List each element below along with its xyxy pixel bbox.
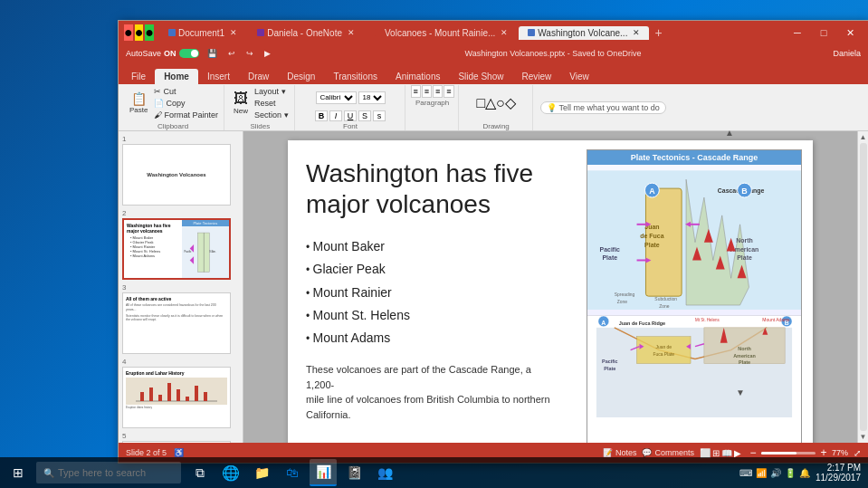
tab-volcanoes[interactable]: Volcanoes - Mount Rainie... ✕ (366, 26, 517, 40)
title-bar-tabs: ● ● ● Document1 ✕ Daniela - OneNote ✕ Vo (124, 24, 781, 41)
window-close-btn[interactable]: ● (124, 24, 133, 41)
layout-btn[interactable]: Layout ▾ (253, 86, 291, 97)
bold-btn[interactable]: B (315, 110, 328, 121)
edge-icon[interactable]: 🌐 (217, 459, 244, 486)
tab-transitions[interactable]: Transitions (324, 69, 386, 84)
section-btn[interactable]: Section ▾ (253, 110, 291, 120)
autosave-pill[interactable] (179, 49, 199, 58)
reading-view-btn[interactable]: 📖 (721, 448, 732, 458)
slide-thumb-2[interactable]: 2 Washington has five major volcanoes Mo… (122, 209, 236, 280)
task-view-btn[interactable]: ⧉ (186, 459, 214, 486)
slide-canvas[interactable]: Washington has five major volcanoes Moun… (288, 140, 813, 443)
underline-btn[interactable]: U (344, 110, 357, 121)
comments-btn[interactable]: 💬 Comments (642, 448, 694, 457)
slide-thumb-5[interactable]: 5 (122, 432, 236, 443)
explorer-icon[interactable]: 📁 (248, 459, 275, 486)
new-tab-btn[interactable]: + (654, 25, 662, 40)
tab-onenote[interactable]: Daniela - OneNote ✕ (248, 26, 364, 40)
tab-file[interactable]: File (122, 69, 155, 84)
scroll-down-arrow[interactable]: ▼ (736, 388, 745, 397)
slide-thumb-3[interactable]: 3 All of them are active All of these vo… (122, 283, 236, 354)
slide-thumb-inner-1[interactable]: Washington Volcanoes (122, 144, 231, 206)
reset-btn[interactable]: Reset (253, 98, 291, 109)
svg-text:Juan de: Juan de (655, 345, 672, 349)
tab-insert[interactable]: Insert (198, 69, 239, 84)
italic-btn[interactable]: I (329, 110, 342, 121)
new-slide-btn[interactable]: 🖼 New (230, 89, 252, 117)
notification-icon[interactable]: 🔔 (799, 468, 810, 478)
align-right-btn[interactable]: ≡ (433, 85, 443, 98)
quick-present[interactable]: ▶ (262, 48, 273, 59)
taskbar-search-box[interactable]: 🔍 (36, 462, 181, 483)
font-size-select[interactable]: 18 (358, 91, 386, 104)
tab-home[interactable]: Home (155, 69, 198, 84)
tab-document1[interactable]: Document1 ✕ (159, 26, 246, 40)
window-max-btn[interactable]: ● (145, 24, 154, 41)
window-maximize[interactable]: □ (811, 21, 836, 44)
zoom-slider[interactable] (761, 452, 816, 455)
slide-thumb-inner-5[interactable] (122, 441, 231, 443)
slide-thumb-4[interactable]: 4 Eruption and Lahar History (122, 358, 236, 428)
quick-undo[interactable]: ↩ (225, 48, 238, 59)
window-close[interactable]: ✕ (837, 21, 863, 44)
scroll-up-btn[interactable]: ▲ (860, 133, 867, 141)
tab-washington-volcanoes[interactable]: Washington Volcane... ✕ (519, 26, 649, 40)
fit-window-btn[interactable]: ⤢ (854, 448, 861, 458)
slide-thumb-inner-3[interactable]: All of them are active All of these volc… (122, 292, 231, 354)
onenote-taskbar-icon[interactable]: 📓 (340, 459, 367, 486)
search-input[interactable] (58, 467, 167, 478)
drawing-buttons: □△○◇ (476, 85, 515, 121)
slide-thumb-1[interactable]: 1 Washington Volcanoes (122, 135, 236, 206)
paste-btn[interactable]: 📋 Paste (126, 90, 151, 116)
store-icon[interactable]: 🛍 (279, 459, 306, 486)
copy-btn[interactable]: 📄 Copy (152, 98, 220, 109)
scroll-up-arrow[interactable]: ▲ (725, 131, 734, 138)
window-min-btn[interactable]: ● (135, 24, 144, 41)
tab-animations[interactable]: Animations (386, 69, 449, 84)
bullet-mount-baker: Mount Baker (306, 235, 559, 258)
slide-thumb-inner-4[interactable]: Eruption and Lahar History (122, 367, 231, 428)
network-icon[interactable]: 📶 (756, 468, 767, 478)
notes-btn[interactable]: 📝 Notes (603, 448, 637, 457)
shapes-gallery[interactable]: □△○◇ (476, 94, 515, 111)
slide-thumb-inner-2[interactable]: Washington has five major volcanoes Moun… (122, 218, 231, 280)
tab-slideshow[interactable]: Slide Show (449, 69, 512, 84)
powerpoint-taskbar-icon[interactable]: 📊 (310, 459, 337, 486)
zoom-level: 77% (832, 448, 848, 457)
quick-redo[interactable]: ↪ (243, 48, 256, 59)
svg-text:Zone: Zone (659, 304, 670, 309)
svg-text:North: North (738, 346, 751, 351)
tab-design[interactable]: Design (278, 69, 324, 84)
shadow-btn[interactable]: s (373, 110, 386, 121)
right-scrollbar[interactable]: ▲ ▼ (857, 131, 868, 443)
font-family-select[interactable]: Calibri (316, 91, 357, 104)
tab-review[interactable]: Review (512, 69, 560, 84)
volume-icon[interactable]: 🔊 (770, 468, 781, 478)
format-painter-btn[interactable]: 🖌 Format Painter (152, 110, 220, 120)
align-left-btn[interactable]: ≡ (411, 85, 421, 98)
autosave-toggle[interactable]: AutoSave ON (126, 49, 199, 58)
justify-btn[interactable]: ≡ (444, 85, 453, 98)
slideshow-btn[interactable]: ▶ (734, 448, 741, 458)
cut-btn[interactable]: ✂ Cut (152, 86, 220, 97)
ribbon-slides-group: 🖼 New Layout ▾ Reset Section ▾ Slides (226, 85, 295, 130)
align-center-btn[interactable]: ≡ (422, 85, 432, 98)
strikethrough-btn[interactable]: S (358, 110, 371, 121)
scroll-down-btn[interactable]: ▼ (860, 433, 867, 441)
svg-text:Plate: Plate (604, 366, 615, 371)
tell-me-bar[interactable]: 💡 Tell me what you want to do (540, 101, 666, 114)
ribbon-quick-access: AutoSave ON 💾 ↩ ↪ ▶ Washington Volcanoes… (119, 44, 868, 62)
teams-icon[interactable]: 👥 (371, 459, 398, 486)
tab-draw[interactable]: Draw (239, 69, 278, 84)
keyboard-icon[interactable]: ⌨ (739, 468, 752, 478)
slide-sorter-btn[interactable]: ⊞ (712, 448, 720, 458)
start-button[interactable]: ⊞ (0, 457, 36, 488)
ribbon-drawing-group: □△○◇ Drawing (461, 85, 533, 130)
normal-view-btn[interactable]: ⬜ (700, 448, 711, 458)
tab-view[interactable]: View (560, 69, 598, 84)
battery-icon[interactable]: 🔋 (785, 468, 796, 478)
window-minimize[interactable]: ─ (785, 21, 810, 44)
font-label: Font (343, 122, 358, 130)
svg-text:Zone: Zone (617, 300, 628, 304)
quick-save[interactable]: 💾 (205, 48, 220, 59)
